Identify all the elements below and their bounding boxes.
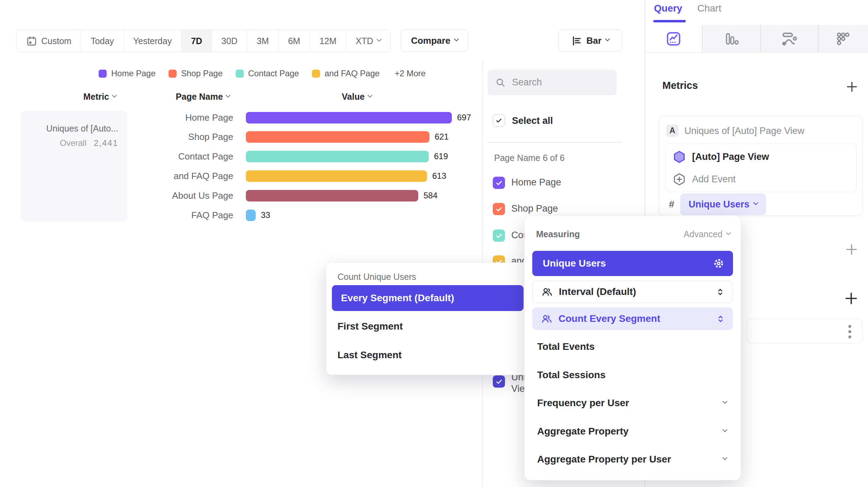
segment-label[interactable]: Home Page [511, 177, 561, 188]
legend-swatch [312, 70, 320, 78]
check-icon [495, 378, 503, 386]
chart-type-dropdown[interactable]: Bar [558, 30, 622, 51]
count-every-segment-selector[interactable]: Count Every Segment [532, 308, 733, 330]
chevron-down-icon [723, 399, 727, 404]
measure-hash-symbol: # [669, 199, 674, 210]
add-filter-plus-icon[interactable] [845, 243, 858, 256]
date-range-3m[interactable]: 3M [247, 30, 278, 52]
chevron-down-icon [723, 427, 727, 432]
date-range-custom[interactable]: Custom [17, 30, 81, 52]
line-chart-tab-icon [666, 31, 682, 47]
add-event-label: Add Event [692, 174, 736, 185]
flow-tab-icon [781, 31, 797, 47]
metric-summary-card[interactable]: Uniques of [Auto... Overall 2,441 [21, 111, 127, 221]
add-metric-plus-icon[interactable] [846, 80, 858, 93]
column-header-page-name[interactable]: Page Name [159, 92, 247, 102]
legend-more[interactable]: +2 More [394, 69, 426, 78]
report-tab-insights[interactable] [645, 25, 702, 52]
chart-row: Shop Page 621 [133, 131, 449, 143]
tab-chart[interactable]: Chart [697, 3, 721, 14]
bar-label: FAQ Page [133, 210, 233, 221]
event-name: [Auto] Page View [692, 151, 769, 162]
bar[interactable] [246, 210, 256, 221]
legend-item[interactable]: Contact Page [236, 69, 299, 78]
date-range-today[interactable]: Today [81, 30, 123, 52]
report-tab-retention[interactable] [818, 25, 868, 52]
active-tab-underline [653, 20, 686, 22]
chevron-down-icon [726, 230, 731, 235]
stepper-icon [716, 314, 725, 324]
metric-query-card[interactable]: A Uniques of [Auto] Page View [Auto] Pag… [659, 115, 862, 216]
report-tab-funnels[interactable] [702, 25, 760, 52]
bar-label: Home Page [133, 112, 233, 123]
measure-dropdown[interactable]: Unique Users [680, 193, 766, 215]
date-range-6m[interactable]: 6M [278, 30, 310, 52]
menu-item-first-segment[interactable]: First Segment [337, 321, 403, 332]
date-range-xtd[interactable]: XTD [346, 30, 390, 52]
metric-card-title: Uniques of [Auto] Page View [684, 126, 804, 136]
menu-item-frequency-per-user[interactable]: Frequency per User [537, 397, 629, 409]
metric-badge: A [666, 125, 678, 137]
bar[interactable] [246, 170, 427, 182]
chevron-down-icon [753, 200, 758, 205]
bar-label: Shop Page [133, 132, 233, 142]
bar-value: 33 [261, 210, 270, 220]
segment-checkbox-home-page[interactable] [493, 177, 505, 189]
breakdown-card[interactable] [747, 319, 862, 344]
bar-label: and FAQ Page [133, 171, 233, 182]
add-breakdown-plus-icon[interactable] [844, 291, 858, 305]
bar[interactable] [246, 151, 429, 162]
segment-search[interactable] [488, 70, 617, 95]
select-all-checkbox[interactable] [493, 114, 505, 127]
bar-label: About Us Page [133, 190, 233, 201]
check-icon [495, 117, 503, 124]
menu-item-last-segment[interactable]: Last Segment [337, 350, 402, 361]
menu-item-aggregate-property[interactable]: Aggregate Property [537, 426, 628, 437]
date-range-segmented-control: Custom Today Yesterday 7D 30D 3M 6M 12M … [16, 30, 391, 52]
menu-item-every-segment[interactable]: Every Segment (Default) [332, 285, 524, 311]
add-event-row[interactable]: Add Event [673, 173, 736, 186]
bar-value: 619 [434, 151, 448, 161]
date-range-7d[interactable]: 7D [181, 30, 212, 52]
tab-query[interactable]: Query [654, 3, 682, 14]
retention-tab-icon [835, 31, 851, 47]
popup-title: Count Unique Users [337, 272, 416, 282]
bar[interactable] [246, 190, 418, 202]
date-range-12m[interactable]: 12M [310, 30, 346, 52]
chart-legend: Home Page Shop Page Contact Page and FAQ… [99, 69, 426, 78]
chart-row: About Us Page 584 [133, 190, 437, 202]
bar[interactable] [246, 112, 452, 123]
insights-report-app: Custom Today Yesterday 7D 30D 3M 6M 12M … [0, 0, 868, 487]
segment-checkbox-extra[interactable] [493, 375, 505, 388]
chevron-down-icon [377, 37, 382, 42]
list-divider [488, 142, 622, 143]
event-block: [Auto] Page View Add Event [666, 143, 856, 192]
column-header-value[interactable]: Value [316, 92, 397, 102]
date-range-yesterday[interactable]: Yesterday [123, 30, 181, 52]
kebab-menu-icon[interactable] [848, 324, 852, 339]
bar[interactable] [246, 131, 429, 143]
chevron-down-icon [454, 36, 459, 41]
chevron-down-icon [723, 455, 727, 460]
segment-checkbox-shop-page[interactable] [493, 203, 505, 215]
date-range-30d[interactable]: 30D [212, 30, 247, 52]
segment-checkbox-contact-page[interactable] [493, 230, 505, 242]
gear-icon[interactable] [713, 257, 725, 269]
menu-item-total-events[interactable]: Total Events [537, 341, 595, 352]
menu-item-unique-users[interactable]: Unique Users [532, 251, 733, 276]
legend-item[interactable]: Shop Page [169, 69, 223, 78]
column-header-metric[interactable]: Metric [59, 92, 140, 102]
menu-item-aggregate-property-per-user[interactable]: Aggregate Property per User [537, 454, 671, 465]
search-input[interactable] [511, 77, 604, 88]
menu-item-total-sessions[interactable]: Total Sessions [537, 369, 606, 381]
legend-item[interactable]: Home Page [99, 69, 156, 78]
interval-selector[interactable]: Interval (Default) [532, 281, 733, 303]
advanced-toggle[interactable]: Advanced [684, 229, 730, 239]
bar-chart-icon [571, 35, 582, 46]
report-tab-flows[interactable] [761, 25, 818, 52]
event-row[interactable]: [Auto] Page View [673, 150, 769, 163]
legend-swatch [99, 70, 107, 78]
segment-label[interactable]: Shop Page [511, 203, 558, 214]
compare-button[interactable]: Compare [401, 30, 468, 51]
legend-item[interactable]: and FAQ Page [312, 69, 379, 78]
